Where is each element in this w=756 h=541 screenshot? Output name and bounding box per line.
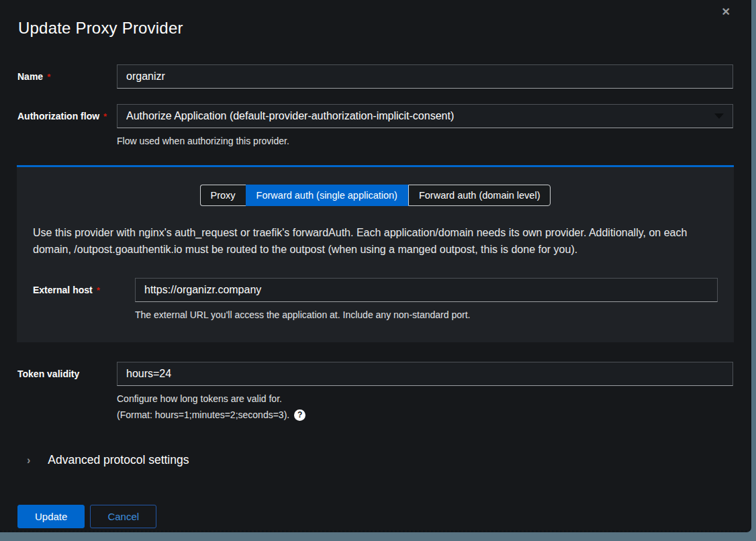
caret-down-icon	[714, 113, 724, 119]
authorization-flow-row: Authorization flow* Authorize Applicatio…	[17, 104, 733, 148]
authorization-flow-help: Flow used when authorizing this provider…	[117, 134, 733, 148]
advanced-protocol-settings-toggle[interactable]: › Advanced protocol settings	[27, 453, 189, 467]
modal-header: Update Proxy Provider ✕	[17, 0, 733, 38]
tab-forward-auth-single-application[interactable]: Forward auth (single application)	[246, 185, 408, 206]
token-validity-help-line1: Configure how long tokens are valid for.	[117, 391, 733, 406]
name-field-row: Name*	[17, 64, 733, 89]
modal-footer: Update Cancel	[17, 505, 733, 528]
token-validity-format-text: (Format: hours=1;minutes=2;seconds=3).	[117, 407, 289, 422]
external-host-help: The external URL you'll access the appli…	[135, 307, 718, 322]
help-question-icon[interactable]: ?	[294, 409, 305, 421]
chevron-right-icon: ›	[27, 454, 30, 466]
token-validity-label: Token validity	[17, 362, 117, 379]
token-validity-row: Token validity Configure how long tokens…	[17, 362, 733, 422]
external-host-row: External host* The external URL you'll a…	[33, 278, 718, 322]
modal-title: Update Proxy Provider	[18, 19, 733, 38]
tab-proxy[interactable]: Proxy	[200, 185, 246, 206]
tab-forward-auth-domain-level[interactable]: Forward auth (domain level)	[408, 185, 551, 206]
proxy-mode-card: Proxy Forward auth (single application) …	[17, 165, 734, 342]
authorization-flow-label: Authorization flow*	[17, 104, 117, 121]
cancel-button[interactable]: Cancel	[90, 505, 156, 528]
required-asterisk: *	[97, 285, 100, 295]
external-host-label: External host*	[33, 278, 135, 295]
name-label: Name*	[17, 64, 117, 82]
close-icon[interactable]: ✕	[718, 3, 735, 21]
authorization-flow-selected-value: Authorize Application (default-provider-…	[126, 110, 454, 122]
name-input[interactable]	[117, 64, 733, 89]
mode-description: Use this provider with nginx's auth_requ…	[33, 224, 711, 258]
required-asterisk: *	[103, 111, 107, 121]
authorization-flow-select[interactable]: Authorize Application (default-provider-…	[117, 104, 733, 128]
advanced-protocol-settings-label: Advanced protocol settings	[48, 453, 189, 467]
token-validity-input[interactable]	[117, 362, 733, 386]
required-asterisk: *	[47, 72, 50, 82]
token-validity-help-line2: (Format: hours=1;minutes=2;seconds=3). ?	[117, 407, 733, 422]
proxy-mode-tab-group: Proxy Forward auth (single application) …	[33, 185, 718, 206]
update-proxy-provider-modal: Update Proxy Provider ✕ Name* Authorizat…	[0, 0, 751, 532]
update-button[interactable]: Update	[17, 505, 85, 528]
external-host-input[interactable]	[135, 278, 718, 302]
